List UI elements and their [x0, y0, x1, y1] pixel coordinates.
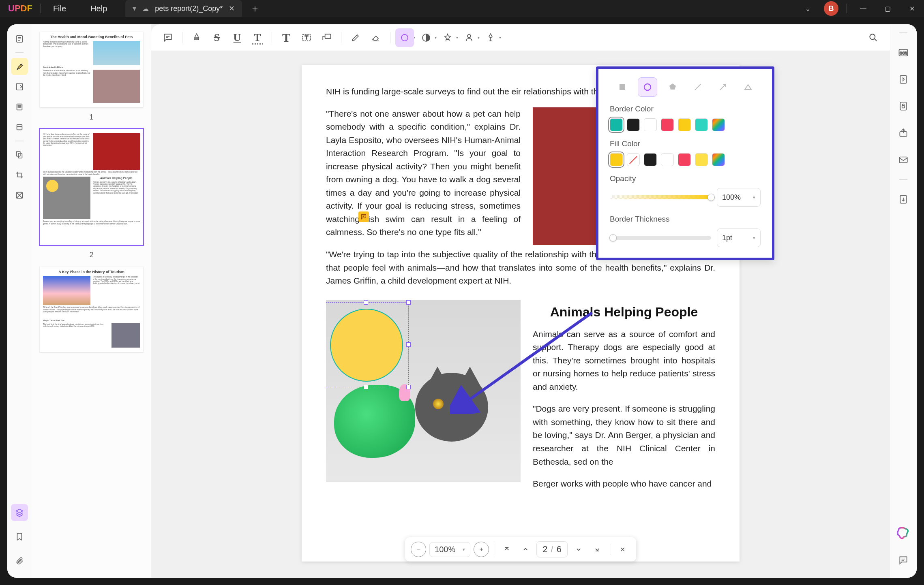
menu-file[interactable]: File: [41, 4, 78, 13]
sticky-note-annotation[interactable]: [358, 211, 369, 222]
textbox-tool-button[interactable]: T: [297, 28, 316, 47]
email-button[interactable]: [896, 152, 911, 167]
maximize-button[interactable]: ▢: [875, 0, 900, 17]
share-button[interactable]: [896, 126, 911, 140]
new-tab-button[interactable]: ＋: [242, 2, 268, 15]
border-color-black[interactable]: [627, 118, 640, 131]
highlight-tool-button[interactable]: [187, 28, 206, 47]
strikethrough-tool-button[interactable]: S: [208, 28, 226, 47]
opacity-label: Opacity: [610, 174, 761, 183]
first-page-button[interactable]: [499, 542, 515, 557]
thumbnail-page-2[interactable]: NIH is funding large-scale surveys to fi…: [40, 129, 143, 245]
border-color-label: Border Color: [610, 105, 761, 113]
compress-button[interactable]: [896, 72, 911, 87]
fill-color-custom[interactable]: [712, 153, 725, 166]
stamp-tool-button[interactable]: [417, 28, 435, 47]
user-avatar[interactable]: B: [824, 1, 838, 16]
ocr-button[interactable]: OCR: [896, 45, 911, 60]
edit-tool-button[interactable]: [11, 78, 28, 95]
layers-button[interactable]: [11, 504, 28, 521]
border-color-yellow[interactable]: [678, 118, 691, 131]
protect-button[interactable]: [896, 99, 911, 113]
fill-color-black[interactable]: [644, 153, 657, 166]
page-image-cat: [326, 300, 521, 482]
zoom-out-button[interactable]: −: [411, 542, 426, 557]
crop-tool-button[interactable]: [11, 167, 28, 184]
opacity-slider[interactable]: [610, 195, 711, 199]
callout-tool-button[interactable]: [317, 28, 336, 47]
border-color-custom[interactable]: [712, 118, 725, 131]
thickness-value-dropdown[interactable]: 1pt▾: [717, 228, 761, 247]
tab-menu-icon[interactable]: ▾: [133, 4, 136, 13]
text-tool-button[interactable]: T: [277, 28, 296, 47]
fill-color-label: Fill Color: [610, 139, 761, 148]
export-button[interactable]: [896, 192, 911, 207]
last-page-button[interactable]: [590, 542, 605, 557]
svg-rect-11: [325, 34, 331, 38]
document-viewer: S U T T T ▾ ▾ ▾ ▾ ▾: [151, 24, 890, 578]
next-page-button[interactable]: [571, 542, 586, 557]
right-sidebar: OCR: [890, 24, 917, 578]
underline-tool-button[interactable]: U: [228, 28, 247, 47]
svg-rect-24: [620, 84, 625, 90]
paragraph: Berger works with people who have cancer…: [533, 477, 715, 491]
thumb-number-1: 1: [40, 113, 143, 122]
signature-tool-button[interactable]: [460, 28, 478, 47]
prev-page-button[interactable]: [518, 542, 533, 557]
shape-tool-button[interactable]: [395, 28, 414, 47]
page-number-input[interactable]: 2/6: [536, 541, 568, 557]
fill-color-yellow2[interactable]: [695, 153, 708, 166]
reader-mode-button[interactable]: [11, 30, 28, 47]
fill-color-red[interactable]: [678, 153, 691, 166]
thumb-number-2: 2: [40, 251, 143, 259]
redact-tool-button[interactable]: [11, 187, 28, 204]
squiggly-tool-button[interactable]: T: [248, 28, 267, 47]
comment-tool-button[interactable]: [11, 58, 28, 75]
border-color-red[interactable]: [661, 118, 674, 131]
thumbnail-page-1[interactable]: The Health and Mood-Boosting Benefits of…: [40, 32, 143, 107]
thickness-slider[interactable]: [610, 236, 711, 240]
eraser-tool-button[interactable]: [367, 28, 385, 47]
paragraph: "Dogs are very present. If someone is st…: [533, 402, 715, 468]
titlebar-chevron-icon[interactable]: ⌄: [795, 0, 820, 17]
bookmark-button[interactable]: [11, 528, 28, 545]
border-color-white[interactable]: [644, 118, 657, 131]
svg-rect-19: [900, 102, 906, 110]
shape-annotation-selection[interactable]: [326, 302, 409, 387]
paragraph: Animals can serve as a source of comfort…: [533, 328, 715, 394]
pen-tool-button[interactable]: [481, 28, 500, 47]
search-button[interactable]: [864, 28, 883, 47]
line-shape-button[interactable]: [688, 78, 707, 96]
document-tab[interactable]: ▾ ☁ pets report(2)_Copy* ✕: [125, 0, 242, 17]
zoom-level-dropdown[interactable]: 100%▾: [429, 542, 470, 557]
thumbnail-page-3[interactable]: A Key Phase in the History of Tourism Th…: [40, 267, 143, 352]
fill-color-yellow[interactable]: [610, 153, 623, 166]
note-tool-button[interactable]: [159, 28, 177, 47]
thickness-label: Border Thickness: [610, 215, 761, 224]
oval-shape-button[interactable]: [638, 78, 657, 96]
ai-assistant-button[interactable]: [896, 526, 911, 541]
page-tool-button[interactable]: [11, 98, 28, 115]
opacity-value-dropdown[interactable]: 100%▾: [717, 188, 761, 207]
tab-close-icon[interactable]: ✕: [229, 4, 235, 13]
fill-color-white[interactable]: [661, 153, 674, 166]
arrow-shape-button[interactable]: [714, 78, 732, 96]
menu-help[interactable]: Help: [78, 4, 119, 13]
close-window-button[interactable]: ✕: [900, 0, 924, 17]
sticker-tool-button[interactable]: [438, 28, 457, 47]
wave-shape-button[interactable]: [739, 78, 757, 96]
svg-point-12: [401, 34, 408, 41]
border-color-teal2[interactable]: [695, 118, 708, 131]
attachment-button[interactable]: [11, 553, 28, 570]
close-bar-button[interactable]: ✕: [615, 542, 630, 557]
polygon-shape-button[interactable]: [663, 78, 682, 96]
comments-panel-button[interactable]: [896, 553, 911, 568]
organize-pages-button[interactable]: [11, 146, 28, 163]
rectangle-shape-button[interactable]: [613, 78, 632, 96]
border-color-teal[interactable]: [610, 118, 623, 131]
form-tool-button[interactable]: [11, 119, 28, 136]
minimize-button[interactable]: ―: [851, 0, 875, 17]
fill-color-none[interactable]: [627, 153, 640, 166]
pencil-tool-button[interactable]: [346, 28, 365, 47]
zoom-in-button[interactable]: +: [474, 542, 489, 557]
